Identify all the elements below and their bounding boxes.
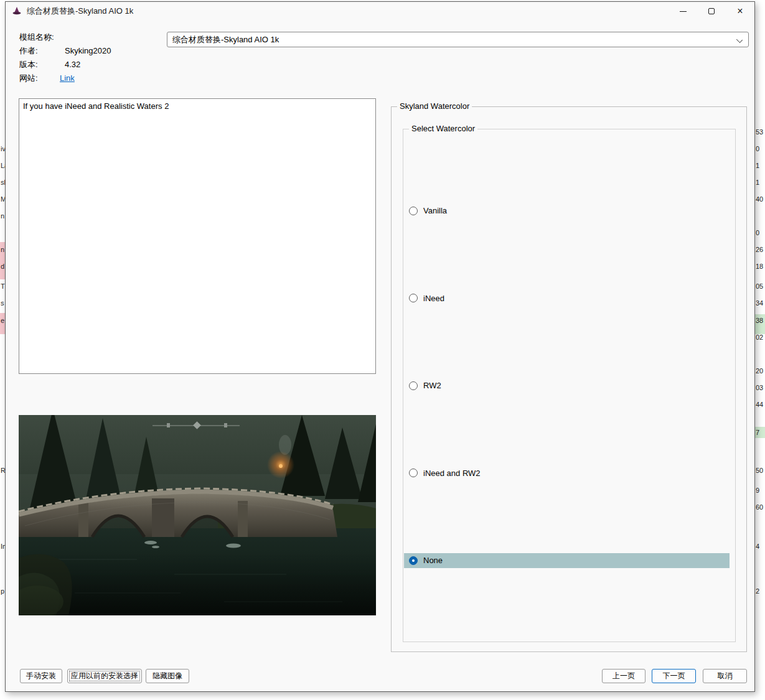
website-label: 网站: — [19, 73, 38, 83]
clipped-text-fragment: s — [1, 299, 4, 307]
radio-button-icon[interactable] — [409, 469, 418, 477]
minimize-button[interactable] — [669, 2, 697, 21]
clipped-number-fragment: 50 — [756, 466, 763, 475]
clipped-text-fragment: T — [1, 282, 5, 291]
group-title: Skyland Watercolor — [397, 101, 472, 111]
clipped-text-fragment: n — [1, 212, 4, 220]
minimize-icon — [680, 11, 687, 12]
clipped-number-fragment: 26 — [756, 245, 763, 254]
mod-name-label: 模组名称: — [19, 32, 54, 42]
close-button[interactable]: × — [726, 2, 754, 21]
watercolor-option-row[interactable]: None — [404, 553, 730, 568]
option-label: Vanilla — [423, 206, 447, 215]
clipped-number-fragment: 1 — [756, 161, 759, 170]
apply-previous-choices-button[interactable]: 应用以前的安装选择 — [67, 669, 142, 683]
clipped-number-fragment: 18 — [756, 262, 763, 271]
author-value: Skyking2020 — [65, 46, 111, 56]
watercolor-option-row[interactable]: iNeed and RW2 — [404, 465, 730, 480]
version-label: 版本: — [19, 60, 38, 70]
close-icon: × — [737, 6, 743, 17]
clipped-text-fragment: p — [1, 587, 4, 595]
manual-install-button[interactable]: 手动安装 — [20, 669, 62, 683]
app-icon — [12, 6, 22, 16]
clipped-number-fragment: 1 — [756, 178, 759, 187]
maximize-icon — [708, 8, 715, 14]
titlebar[interactable]: 综合材质替换-Skyland AIO 1k × — [6, 2, 754, 21]
website-link[interactable]: Link — [60, 73, 75, 83]
chevron-down-icon — [737, 37, 742, 42]
watercolor-options-list: Vanilla iNeed RW2 iNeed and RW2 None — [403, 131, 735, 640]
next-page-button[interactable]: 下一页 — [652, 669, 696, 683]
radio-button-icon[interactable] — [409, 207, 418, 215]
hide-image-button[interactable]: 隐藏图像 — [146, 669, 189, 683]
clipped-text-fragment: e — [1, 316, 4, 325]
option-label: None — [423, 556, 443, 565]
description-text: If you have iNeed and Realistic Waters 2 — [23, 101, 169, 111]
option-label: iNeed and RW2 — [423, 469, 481, 478]
mod-name-selected-value: 综合材质替换-Skyland AIO 1k — [172, 35, 279, 44]
option-label: RW2 — [423, 381, 441, 390]
clipped-number-fragment: 9 — [756, 486, 759, 495]
author-label: 作者: — [19, 46, 38, 56]
watercolor-option-row[interactable]: Vanilla — [404, 203, 730, 218]
window-title: 综合材质替换-Skyland AIO 1k — [27, 2, 133, 21]
clipped-number-fragment: 0 — [756, 228, 759, 237]
clipped-number-fragment: 44 — [756, 400, 763, 409]
radio-button-icon[interactable] — [409, 556, 418, 565]
clipped-number-fragment: 05 — [756, 282, 763, 291]
preview-image[interactable] — [19, 415, 376, 615]
clipped-number-fragment: 7 — [756, 428, 759, 437]
mod-name-select[interactable]: 综合材质替换-Skyland AIO 1k — [167, 32, 749, 47]
clipped-number-fragment: 02 — [756, 333, 763, 342]
clipped-number-fragment: 20 — [756, 366, 763, 375]
version-value: 4.32 — [65, 60, 80, 70]
clipped-number-fragment: 40 — [756, 195, 763, 203]
option-label: iNeed — [423, 294, 444, 303]
fomod-installer-window: 综合材质替换-Skyland AIO 1k × 模组名称: 综合材质替换-Sky… — [5, 1, 755, 692]
clipped-number-fragment: 34 — [756, 299, 763, 307]
clipped-text-fragment: n — [1, 245, 4, 254]
watercolor-option-row[interactable]: RW2 — [404, 378, 730, 393]
clipped-number-fragment: 03 — [756, 383, 763, 392]
clipped-number-fragment: 2 — [756, 587, 759, 595]
watercolor-option-row[interactable]: iNeed — [404, 291, 730, 306]
description-textbox[interactable]: If you have iNeed and Realistic Waters 2 — [19, 98, 376, 374]
clipped-number-fragment: 53 — [756, 128, 763, 136]
group-skyland-watercolor: Skyland Watercolor Select Watercolor Van… — [391, 106, 747, 652]
cancel-button[interactable]: 取消 — [703, 669, 747, 683]
previous-page-button[interactable]: 上一页 — [602, 669, 645, 683]
clipped-number-fragment: 38 — [756, 316, 763, 325]
clipped-text-fragment: d — [1, 262, 4, 271]
background-window-right-edge: 5301140026180534380220034475096042 — [755, 0, 765, 700]
maximize-button[interactable] — [697, 2, 726, 21]
radio-button-icon[interactable] — [409, 294, 418, 302]
clipped-number-fragment: 4 — [756, 542, 759, 551]
radio-button-icon[interactable] — [409, 381, 418, 390]
clipped-number-fragment: 60 — [756, 503, 763, 511]
clipped-number-fragment: 0 — [756, 144, 759, 153]
group-select-watercolor: Select Watercolor Vanilla iNeed RW2 iNee… — [403, 129, 736, 642]
